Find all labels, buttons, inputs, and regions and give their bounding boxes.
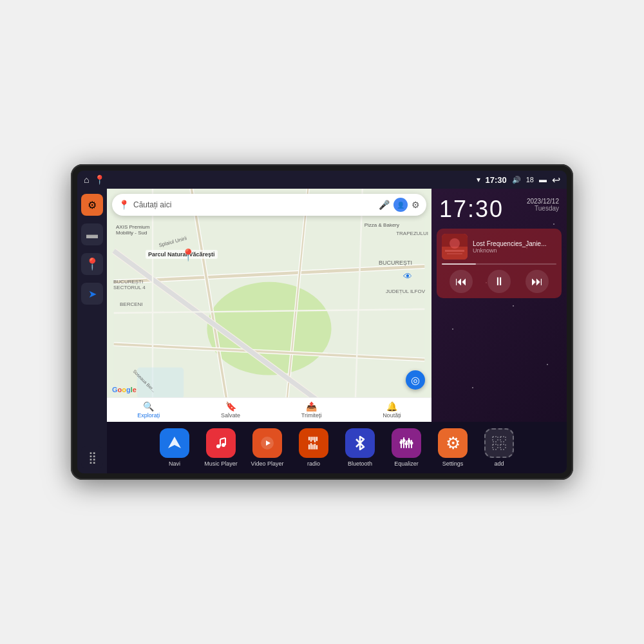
navi-icon xyxy=(160,428,189,458)
music-svg xyxy=(213,435,229,451)
map-area[interactable]: AXIS PremiumMobility - Sud Pizza & Baker… xyxy=(107,189,431,422)
sidebar-folder-icon[interactable]: ▬ xyxy=(81,223,103,245)
map-bottom-bar: 🔍 Explorați 🔖 Salvate 📤 Trimiteți xyxy=(107,397,431,422)
apps-bar: Navi Music Player xyxy=(107,422,567,473)
map-fab-location[interactable]: ◎ xyxy=(406,370,425,390)
map-label-pizza: Pizza & Bakery xyxy=(365,222,399,228)
svg-point-44 xyxy=(400,441,403,444)
sidebar: ⚙ ▬ 📍 ➤ ⣿ xyxy=(77,189,107,473)
right-panel: 17:30 2023/12/12 Tuesday xyxy=(431,189,567,422)
map-pin-main: 📍 xyxy=(181,248,195,262)
google-logo: Google xyxy=(112,386,137,393)
volume-icon: 🔊 xyxy=(512,176,521,184)
music-artist: Unknown xyxy=(473,247,556,254)
video-player-label: Video Player xyxy=(251,460,284,467)
app-add[interactable]: add xyxy=(478,428,520,467)
home-icon[interactable]: ⌂ xyxy=(84,175,89,185)
device: ⌂ 📍 ▾ 17:30 🔊 18 ▬ ↩ ⚙ ▬ 📍 ➤ ⣿ xyxy=(71,164,573,480)
map-pin-eye[interactable]: 👁 xyxy=(403,271,412,281)
eq-svg xyxy=(399,435,414,451)
radio-svg xyxy=(306,435,321,451)
app-radio[interactable]: radio xyxy=(292,428,335,467)
add-label: add xyxy=(494,460,504,467)
music-player-label: Music Player xyxy=(204,460,238,467)
map-search-text[interactable]: Căutați aici xyxy=(133,200,375,209)
svg-point-48 xyxy=(410,442,413,445)
svg-rect-19 xyxy=(445,250,464,252)
music-widget: Lost Frequencies_Janie... Unknown ⏮ ⏸ ⏭ xyxy=(437,229,562,298)
sidebar-grid-icon[interactable]: ⣿ xyxy=(81,446,103,468)
bluetooth-svg xyxy=(352,435,368,451)
content-pane: AXIS PremiumMobility - Sud Pizza & Baker… xyxy=(107,189,567,473)
app-bluetooth[interactable]: Bluetooth xyxy=(339,428,381,467)
map-label-bucuresti: BUCUREȘTI xyxy=(379,260,412,266)
map-settings-icon[interactable]: ⚙ xyxy=(412,200,420,210)
music-progress-fill xyxy=(442,263,476,265)
map-tab-explore[interactable]: 🔍 Explorați xyxy=(137,401,160,419)
app-settings[interactable]: ⚙ Settings xyxy=(431,428,474,467)
svg-rect-37 xyxy=(314,444,316,450)
map-tab-news[interactable]: 🔔 Noutăți xyxy=(383,401,401,419)
svg-rect-31 xyxy=(312,437,314,440)
map-label-berceni: BERCENI xyxy=(120,301,143,307)
svg-rect-33 xyxy=(316,437,317,441)
svg-point-47 xyxy=(408,440,411,443)
sidebar-location-icon[interactable]: 📍 xyxy=(81,253,103,275)
main-area: ⚙ ▬ 📍 ➤ ⣿ xyxy=(77,189,567,473)
equalizer-icon xyxy=(392,428,421,458)
add-icon xyxy=(484,428,514,458)
music-progress-bar[interactable] xyxy=(442,263,556,265)
svg-rect-34 xyxy=(308,444,310,450)
svg-rect-38 xyxy=(316,445,317,450)
svg-point-46 xyxy=(405,442,408,446)
equalizer-label: Equalizer xyxy=(394,460,419,467)
clock-widget: 17:30 2023/12/12 Tuesday xyxy=(437,194,562,225)
add-svg xyxy=(489,433,509,453)
prev-button[interactable]: ⏮ xyxy=(450,270,473,293)
radio-icon xyxy=(299,428,328,458)
music-title: Lost Frequencies_Janie... xyxy=(473,240,556,247)
map-label-ilfov: JUDEȚUL ILFOV xyxy=(386,289,425,294)
status-left-icons: ⌂ 📍 xyxy=(84,175,105,185)
map-tab-send[interactable]: 📤 Trimiteți xyxy=(301,401,322,419)
content-top: AXIS PremiumMobility - Sud Pizza & Baker… xyxy=(107,189,567,422)
music-icon xyxy=(206,428,236,458)
saved-icon: 🔖 xyxy=(225,401,236,412)
video-svg xyxy=(260,435,275,451)
explore-label: Explorați xyxy=(137,412,160,419)
svg-line-26 xyxy=(220,438,225,439)
app-music[interactable]: Music Player xyxy=(200,428,242,467)
svg-rect-29 xyxy=(308,437,310,440)
pause-button[interactable]: ⏸ xyxy=(488,270,511,293)
sidebar-settings-icon[interactable]: ⚙ xyxy=(81,194,103,216)
svg-rect-36 xyxy=(312,444,314,450)
music-controls: ⏮ ⏸ ⏭ xyxy=(442,270,556,293)
app-navi[interactable]: Navi xyxy=(153,428,196,467)
map-label-trapez: TRAPEZULUI xyxy=(396,231,428,236)
svg-rect-35 xyxy=(310,443,312,450)
map-search-bar[interactable]: 📍 Căutați aici 🎤 👤 ⚙ xyxy=(112,194,426,216)
status-bar: ⌂ 📍 ▾ 17:30 🔊 18 ▬ ↩ xyxy=(77,171,567,189)
user-avatar[interactable]: 👤 xyxy=(393,198,408,212)
app-equalizer[interactable]: Equalizer xyxy=(385,428,428,467)
next-button[interactable]: ⏭ xyxy=(526,270,549,293)
svg-rect-20 xyxy=(447,253,462,254)
status-right-icons: ▾ 17:30 🔊 18 ▬ ↩ xyxy=(477,174,561,186)
mic-icon[interactable]: 🎤 xyxy=(379,200,390,210)
back-icon[interactable]: ↩ xyxy=(552,174,560,186)
settings-label: Settings xyxy=(442,460,464,467)
radio-label: radio xyxy=(307,460,320,467)
svg-point-45 xyxy=(402,439,406,442)
app-video[interactable]: Video Player xyxy=(246,428,289,467)
time-display: 17:30 xyxy=(486,175,507,185)
explore-icon: 🔍 xyxy=(143,401,154,412)
navi-svg xyxy=(167,435,182,451)
clock-day: Tuesday xyxy=(527,205,559,212)
send-label: Trimiteți xyxy=(301,412,322,419)
map-tab-saved[interactable]: 🔖 Salvate xyxy=(221,401,240,419)
settings-icon: ⚙ xyxy=(438,428,468,458)
clock-time: 17:30 xyxy=(439,198,504,221)
map-icon[interactable]: 📍 xyxy=(94,175,105,185)
battery-level: 18 xyxy=(526,176,534,184)
sidebar-arrow-icon[interactable]: ➤ xyxy=(81,283,103,305)
